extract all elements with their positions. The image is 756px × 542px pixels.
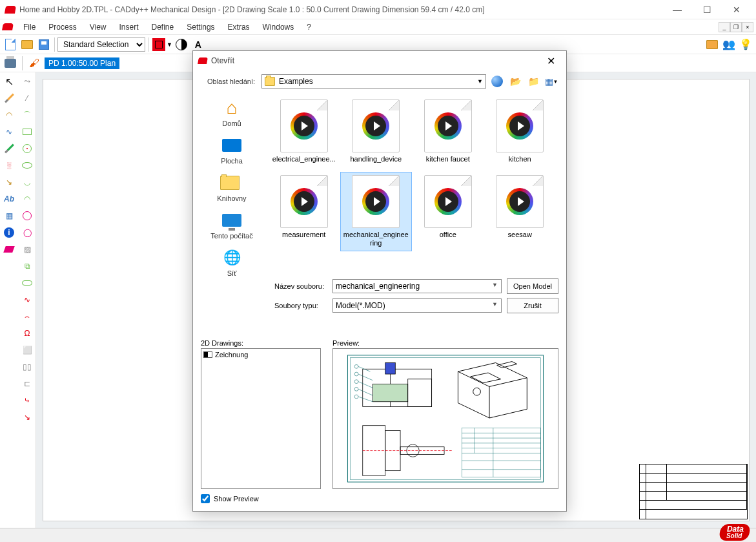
eraser-icon (3, 246, 15, 253)
curve2-tool[interactable]: ⌢ (19, 308, 36, 325)
hatch2-tool[interactable]: ⧉ (19, 258, 36, 275)
hatch-tool[interactable]: ▨ (19, 241, 36, 258)
wave-tool[interactable]: ∿ (19, 291, 36, 308)
up-button[interactable]: 📂 (508, 74, 522, 89)
place-desktop[interactable]: Plocha (203, 134, 260, 166)
place-libraries[interactable]: Knihovny (203, 171, 260, 203)
drawing-item[interactable]: Zeichnung (203, 350, 319, 359)
arc2-tool[interactable]: ◡ (19, 174, 36, 191)
arc2-icon: ◡ (24, 178, 30, 187)
brush-button[interactable]: 🖌 (26, 56, 42, 71)
folder-button[interactable] (704, 37, 720, 52)
drawings-list[interactable]: Zeichnung (201, 348, 321, 489)
selection-rect-button[interactable] (151, 37, 167, 52)
line-icon: ⁄ (26, 94, 28, 103)
maximize-button[interactable]: ☐ (693, 1, 721, 19)
new-folder-button[interactable]: 📁 (526, 74, 540, 89)
menu-help[interactable]: ? (300, 21, 318, 34)
grid-tool[interactable]: ░ (1, 157, 17, 174)
brush-icon: 🖌 (29, 57, 39, 69)
cancel-button[interactable]: Zrušit (507, 298, 558, 313)
menu-define[interactable]: Define (145, 21, 181, 34)
filetype-select[interactable] (332, 298, 502, 313)
dialog-title-bar[interactable]: Otevřít ✕ (193, 51, 566, 70)
circle-tool[interactable] (19, 140, 36, 157)
file-item[interactable]: mechanical_engineering (340, 172, 413, 251)
draw2-tool[interactable] (1, 140, 17, 157)
idea-button[interactable]: 💡 (738, 37, 753, 52)
a-button[interactable]: A (190, 37, 206, 52)
close-button[interactable]: ✕ (722, 1, 751, 19)
rect-tool[interactable] (19, 123, 36, 140)
file-item[interactable]: kitchen (484, 96, 557, 167)
menu-view[interactable]: View (83, 21, 113, 34)
show-preview-input[interactable] (201, 494, 210, 503)
chevron-down-icon[interactable]: ▼ (492, 282, 498, 288)
menu-insert[interactable]: Insert (113, 21, 145, 34)
mdi-restore[interactable]: ❐ (730, 22, 742, 32)
menu-extras[interactable]: Extras (221, 21, 256, 34)
mdi-close[interactable]: × (742, 22, 753, 32)
line2-tool[interactable]: ⁄ (19, 90, 36, 107)
menu-file[interactable]: File (17, 21, 42, 34)
dialog-title: Otevřít (211, 56, 540, 65)
arc3-tool[interactable]: ◠ (19, 191, 36, 207)
save-button[interactable] (36, 37, 52, 52)
file-item[interactable]: measurement (268, 172, 340, 251)
file-item[interactable]: office (412, 172, 484, 251)
mdi-minimize[interactable]: _ (719, 22, 730, 32)
layer-tool[interactable]: ▦ (1, 207, 17, 224)
menu-process[interactable]: Process (42, 21, 83, 34)
file-item[interactable]: kitchen faucet (412, 96, 484, 167)
ellipse-tool[interactable] (19, 157, 36, 174)
people-button[interactable]: 👥 (721, 37, 737, 52)
book-tool[interactable]: ▯▯ (19, 359, 36, 375)
select-tool[interactable]: ↖ (1, 73, 17, 90)
slot-tool[interactable] (19, 275, 36, 291)
open-button[interactable] (19, 37, 35, 52)
print-button[interactable] (3, 56, 18, 71)
back-button[interactable] (490, 74, 504, 89)
place-home[interactable]: ⌂ Domů (203, 96, 260, 129)
file-item[interactable]: electrical_enginee... (268, 96, 340, 167)
ring2-tool[interactable]: ◯ (19, 224, 36, 241)
selection-mode-select[interactable]: Standard Selection (57, 37, 145, 52)
minimize-button[interactable]: — (663, 1, 691, 19)
menu-settings[interactable]: Settings (180, 21, 221, 34)
show-preview-checkbox[interactable]: Show Preview (201, 494, 558, 503)
dialog-close-button[interactable]: ✕ (540, 52, 561, 69)
file-item[interactable]: handling_device (340, 96, 413, 167)
hatch-icon: ▨ (24, 245, 31, 254)
text-tool[interactable]: Ab (1, 191, 17, 207)
filename-input[interactable] (332, 279, 502, 293)
detail-tool[interactable]: ⊏ (19, 375, 36, 392)
polyline-tool[interactable]: ⤳ (19, 73, 36, 90)
menu-windows[interactable]: Windows (256, 21, 301, 34)
axis-tool[interactable]: ↘ (1, 174, 17, 191)
file-item[interactable]: seesaw (484, 172, 557, 251)
open-model-button[interactable]: Open Model (507, 278, 558, 294)
yin-yang-button[interactable] (174, 37, 189, 52)
arrow-tool[interactable]: ⤷ (19, 392, 36, 409)
ring-tool[interactable] (19, 207, 36, 224)
file-list[interactable]: electrical_enginee... handling_device ki… (265, 94, 558, 275)
plan-selector[interactable]: PD 1.00:50.00 Plan (45, 57, 119, 69)
place-computer[interactable]: Tento počítač (203, 209, 260, 241)
chevron-down-icon[interactable]: ▼ (167, 41, 172, 48)
app-menu-icon[interactable] (2, 23, 14, 30)
curve-tool[interactable]: ⌒ (19, 107, 36, 123)
arrow2-tool[interactable]: ↘ (19, 409, 36, 426)
place-network[interactable]: 🌐 Síť (203, 246, 260, 278)
loop-tool[interactable]: Ω (19, 325, 36, 342)
new-button[interactable] (3, 37, 18, 52)
chevron-down-icon[interactable]: ▼ (492, 301, 498, 307)
chevron-down-icon: ▼ (477, 78, 483, 85)
views-button[interactable]: ▦▼ (544, 74, 558, 89)
box3d-tool[interactable]: ⬜ (19, 342, 36, 359)
arc-tool[interactable]: ◠ (1, 107, 17, 123)
info-tool[interactable]: i (1, 224, 17, 241)
folder-select[interactable]: Examples ▼ (261, 74, 486, 89)
line-tool[interactable] (1, 90, 17, 107)
spline-tool[interactable]: ∿ (1, 123, 17, 140)
eraser-tool[interactable] (1, 241, 17, 258)
